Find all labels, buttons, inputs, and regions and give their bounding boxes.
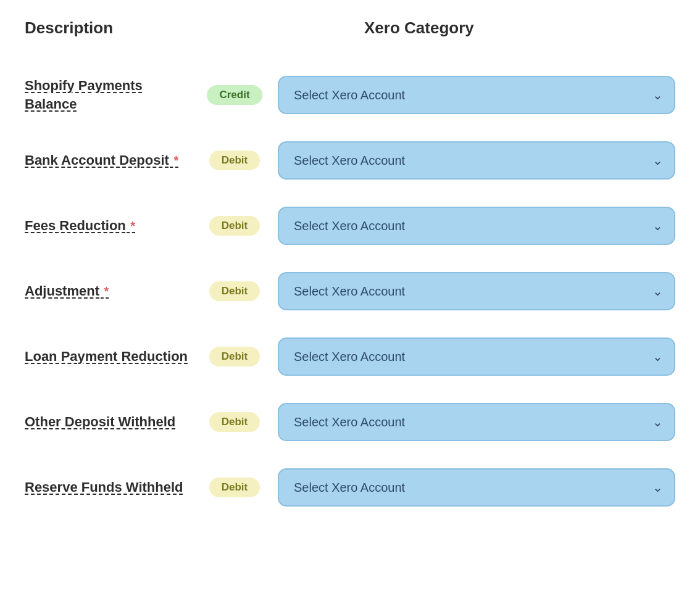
badge-col-shopify-payments-balance: Credit xyxy=(198,85,272,105)
badge-col-loan-payment-reduction: Debit xyxy=(198,347,272,366)
table-row: Other Deposit WithheldDebitSelect Xero A… xyxy=(25,389,675,455)
select-col-other-deposit-withheld: Select Xero Account⌄ xyxy=(278,403,675,441)
badge-adjustment: Debit xyxy=(209,281,260,301)
select-wrapper-adjustment: Select Xero Account⌄ xyxy=(278,272,675,310)
badge-reserve-funds-withheld: Debit xyxy=(209,478,260,497)
select-col-loan-payment-reduction: Select Xero Account⌄ xyxy=(278,337,675,376)
badge-loan-payment-reduction: Debit xyxy=(209,347,260,366)
table-row: Fees Reduction *DebitSelect Xero Account… xyxy=(25,193,675,259)
description-adjustment: Adjustment * xyxy=(25,282,198,300)
badge-shopify-payments-balance: Credit xyxy=(207,85,262,105)
table-row: Adjustment *DebitSelect Xero Account⌄ xyxy=(25,259,675,324)
select-col-shopify-payments-balance: Select Xero Account⌄ xyxy=(278,76,675,114)
required-asterisk: * xyxy=(101,284,109,298)
select-wrapper-bank-account-deposit: Select Xero Account⌄ xyxy=(278,141,675,180)
xero-account-select-shopify-payments-balance[interactable]: Select Xero Account xyxy=(278,76,675,114)
required-asterisk: * xyxy=(127,219,135,233)
description-other-deposit-withheld: Other Deposit Withheld xyxy=(25,413,198,431)
required-asterisk: * xyxy=(170,154,178,167)
xero-account-select-reserve-funds-withheld[interactable]: Select Xero Account xyxy=(278,468,675,507)
select-col-fees-reduction: Select Xero Account⌄ xyxy=(278,207,675,245)
badge-col-other-deposit-withheld: Debit xyxy=(198,412,272,432)
xero-account-select-loan-payment-reduction[interactable]: Select Xero Account xyxy=(278,337,675,376)
xero-account-select-bank-account-deposit[interactable]: Select Xero Account xyxy=(278,141,675,180)
select-col-bank-account-deposit: Select Xero Account⌄ xyxy=(278,141,675,180)
table-row: Loan Payment ReductionDebitSelect Xero A… xyxy=(25,324,675,389)
select-wrapper-shopify-payments-balance: Select Xero Account⌄ xyxy=(278,76,675,114)
badge-col-reserve-funds-withheld: Debit xyxy=(198,478,272,497)
select-col-reserve-funds-withheld: Select Xero Account⌄ xyxy=(278,468,675,507)
xero-account-select-other-deposit-withheld[interactable]: Select Xero Account xyxy=(278,403,675,441)
xero-category-column-header: Xero Category xyxy=(364,19,675,38)
description-column-header: Description xyxy=(25,19,284,38)
badge-fees-reduction: Debit xyxy=(209,216,260,236)
select-wrapper-fees-reduction: Select Xero Account⌄ xyxy=(278,207,675,245)
xero-account-select-fees-reduction[interactable]: Select Xero Account xyxy=(278,207,675,245)
badge-other-deposit-withheld: Debit xyxy=(209,412,260,432)
rows-container: Shopify Payments BalanceCreditSelect Xer… xyxy=(25,62,675,520)
table-row: Shopify Payments BalanceCreditSelect Xer… xyxy=(25,62,675,128)
select-wrapper-other-deposit-withheld: Select Xero Account⌄ xyxy=(278,403,675,441)
description-shopify-payments-balance: Shopify Payments Balance xyxy=(25,77,198,113)
badge-bank-account-deposit: Debit xyxy=(209,151,260,170)
select-wrapper-reserve-funds-withheld: Select Xero Account⌄ xyxy=(278,468,675,507)
badge-col-bank-account-deposit: Debit xyxy=(198,151,272,170)
table-header: Description Xero Category xyxy=(25,19,675,44)
table-row: Bank Account Deposit *DebitSelect Xero A… xyxy=(25,128,675,193)
select-col-adjustment: Select Xero Account⌄ xyxy=(278,272,675,310)
table-row: Reserve Funds WithheldDebitSelect Xero A… xyxy=(25,455,675,520)
description-loan-payment-reduction: Loan Payment Reduction xyxy=(25,347,198,366)
description-reserve-funds-withheld: Reserve Funds Withheld xyxy=(25,478,198,497)
badge-col-fees-reduction: Debit xyxy=(198,216,272,236)
description-bank-account-deposit: Bank Account Deposit * xyxy=(25,151,198,170)
description-fees-reduction: Fees Reduction * xyxy=(25,217,198,235)
xero-account-select-adjustment[interactable]: Select Xero Account xyxy=(278,272,675,310)
badge-col-adjustment: Debit xyxy=(198,281,272,301)
select-wrapper-loan-payment-reduction: Select Xero Account⌄ xyxy=(278,337,675,376)
